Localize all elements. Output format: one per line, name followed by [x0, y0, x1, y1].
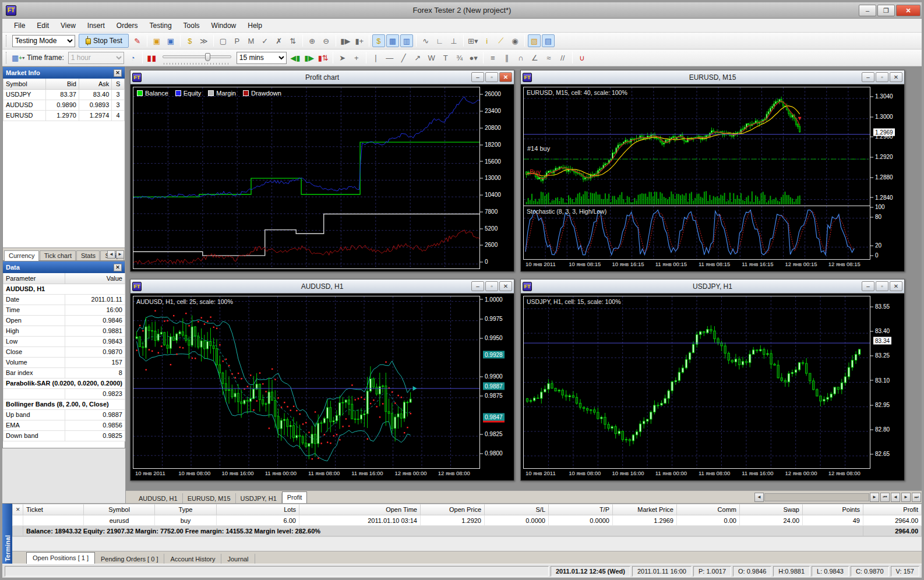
- profit-restore-button[interactable]: ▫: [485, 72, 498, 82]
- tabs-scroll-right-icon[interactable]: ►: [116, 250, 124, 259]
- usdjpy-plot[interactable]: USDJPY, H1, cell: 15, scale: 100%: [523, 296, 870, 469]
- usdjpy-minimize-button[interactable]: –: [862, 281, 874, 291]
- chart-tab-profit[interactable]: Profit: [282, 491, 308, 503]
- terminal-col-comm[interactable]: Comm: [677, 504, 740, 515]
- channel-tool-icon[interactable]: //: [556, 51, 569, 64]
- timeframe-select[interactable]: 1 hour: [68, 52, 124, 64]
- chart-tab-usdjpy-h1[interactable]: USDJPY, H1: [236, 493, 282, 503]
- eurusd-stochastic-plot[interactable]: Stochastic (8, 3, 3, High/Low): [523, 206, 870, 260]
- new-chart-icon[interactable]: ▦+▾: [11, 51, 25, 64]
- terminal-col-lots[interactable]: Lots: [217, 504, 299, 515]
- ray-tool-icon[interactable]: ↗: [411, 51, 424, 64]
- eurusd-minimize-button[interactable]: –: [862, 72, 874, 82]
- menu-window[interactable]: Window: [206, 20, 242, 31]
- step-forward-icon[interactable]: ▮▶: [303, 51, 316, 64]
- chart-scroll-right-icon[interactable]: ►: [870, 493, 879, 502]
- terminal-toggle-icon[interactable]: ▥: [400, 34, 413, 47]
- market-info-tab-tick-chart[interactable]: Tick chart: [40, 250, 76, 260]
- usdjpy-window-titlebar[interactable]: FT USDJPY, H1 – ▫ ✕: [521, 280, 904, 293]
- tabs-scroll-left-icon[interactable]: ◄: [107, 250, 115, 259]
- tick-add-icon[interactable]: ▮+: [353, 34, 366, 47]
- profit-plot[interactable]: BalanceEquityMarginDrawdown: [133, 87, 480, 269]
- menu-help[interactable]: Help: [242, 20, 268, 31]
- speed-slider[interactable]: [163, 52, 231, 63]
- usdjpy-chart-body[interactable]: USDJPY, H1, cell: 15, scale: 100% 10 янв…: [521, 293, 904, 480]
- line-chart-icon[interactable]: ∿: [419, 34, 432, 47]
- menu-view[interactable]: View: [55, 20, 82, 31]
- terminal-tab-account-history[interactable]: Account History: [164, 554, 221, 564]
- eurusd-window-titlebar[interactable]: FT EURUSD, M15 – ▫ ✕: [521, 70, 904, 84]
- terminal-vertical-tab[interactable]: Terminal: [2, 504, 12, 564]
- wave-lines-icon[interactable]: ≈: [542, 51, 555, 64]
- order-sort-icon[interactable]: ⇅: [287, 34, 299, 47]
- add-indicator-icon[interactable]: ⊞▾: [467, 34, 479, 47]
- arc-tool-icon[interactable]: ∩: [514, 51, 527, 64]
- nav-prev-icon[interactable]: ◄: [891, 493, 900, 502]
- modify-order-icon[interactable]: M: [245, 34, 258, 47]
- market-info-row-usdjpy[interactable]: USDJPY83.3783.403: [3, 89, 125, 100]
- save-project-icon[interactable]: ▣: [164, 34, 177, 47]
- slider-thumb[interactable]: [205, 53, 210, 61]
- restart-test-icon[interactable]: ≫: [198, 34, 210, 47]
- menu-edit[interactable]: Edit: [31, 20, 55, 31]
- magnet-tool-icon[interactable]: ∪: [576, 51, 588, 64]
- stop-test-button[interactable]: Stop Test: [79, 34, 129, 48]
- chart-scroll-left-icon[interactable]: ◄: [754, 493, 764, 502]
- clear-chart-broom-icon[interactable]: ⟋: [495, 34, 507, 47]
- step-interval-select[interactable]: 15 mins: [237, 52, 287, 64]
- step-chart-icon[interactable]: ∟: [433, 34, 446, 47]
- cursor-tool-icon[interactable]: ➤: [336, 51, 349, 64]
- terminal-col-s-l[interactable]: S/L: [485, 504, 549, 515]
- angle-tool-icon[interactable]: ∠: [528, 51, 541, 64]
- h-parallel-lines-icon[interactable]: ≡: [486, 51, 499, 64]
- v-parallel-lines-icon[interactable]: ∥: [500, 51, 513, 64]
- terminal-tab-open-positions[interactable]: Open Positions [ 1 ]: [26, 552, 95, 564]
- audusd-close-button[interactable]: ✕: [499, 281, 512, 291]
- terminal-col-symbol[interactable]: Symbol: [84, 504, 155, 515]
- market-info-col-symbol[interactable]: Symbol: [3, 79, 46, 89]
- profit-chart-body[interactable]: BalanceEquityMarginDrawdown 026005200780…: [131, 84, 514, 271]
- menu-orders[interactable]: Orders: [111, 20, 144, 31]
- usdjpy-restore-button[interactable]: ▫: [876, 281, 888, 291]
- open-project-icon[interactable]: ▣: [150, 34, 163, 47]
- close-button[interactable]: ✕: [896, 5, 921, 16]
- menu-testing[interactable]: Testing: [144, 20, 178, 31]
- eurusd-close-button[interactable]: ✕: [890, 72, 902, 82]
- fibonacci-tool-icon[interactable]: ¾: [453, 51, 466, 64]
- dot-chart-icon[interactable]: ⊥: [447, 34, 460, 47]
- crosshair-tool-icon[interactable]: +: [350, 51, 363, 64]
- terminal-col-open-time[interactable]: Open Time: [299, 504, 421, 515]
- terminal-col-type[interactable]: Type: [155, 504, 217, 515]
- market-info-close-icon[interactable]: ✕: [114, 69, 122, 77]
- data-window-toggle-icon[interactable]: ▦: [386, 34, 399, 47]
- text-tool-icon[interactable]: T: [439, 51, 452, 64]
- trend-line-tool-icon[interactable]: ╱: [397, 51, 410, 64]
- terminal-col-t-p[interactable]: T/P: [549, 504, 613, 515]
- new-order-icon[interactable]: ▢: [217, 34, 230, 47]
- pending-order-icon[interactable]: P: [231, 34, 244, 47]
- profit-minimize-button[interactable]: –: [471, 72, 484, 82]
- scripts-panel-icon[interactable]: ▧: [528, 34, 541, 47]
- minimize-button[interactable]: –: [859, 5, 876, 16]
- shapes-tool-icon[interactable]: ●▾: [467, 51, 480, 64]
- step-back-icon[interactable]: ◀▮: [289, 51, 302, 64]
- audusd-window-titlebar[interactable]: FT AUDUSD, H1 – ▫ ✕: [131, 280, 514, 293]
- journal-panel-icon[interactable]: ▤: [542, 34, 555, 47]
- deposit-money-icon[interactable]: $: [184, 34, 196, 47]
- delete-order-icon[interactable]: ✗: [273, 34, 285, 47]
- market-info-col-bid[interactable]: Bid: [46, 79, 79, 89]
- data-col-value[interactable]: Value: [65, 273, 125, 284]
- strategy-editor-icon[interactable]: ✎: [131, 34, 144, 47]
- audusd-restore-button[interactable]: ▫: [485, 281, 498, 291]
- terminal-close-icon[interactable]: ✕: [13, 504, 23, 515]
- vertical-line-tool-icon[interactable]: ∣: [369, 51, 382, 64]
- menu-insert[interactable]: Insert: [82, 20, 111, 31]
- terminal-col-market-price[interactable]: Market Price: [613, 504, 677, 515]
- terminal-col-swap[interactable]: Swap: [740, 504, 803, 515]
- eurusd-restore-button[interactable]: ▫: [876, 72, 888, 82]
- terminal-tab-journal[interactable]: Journal: [221, 554, 255, 564]
- nav-last-icon[interactable]: ⏭: [912, 493, 921, 502]
- market-info-col-s[interactable]: S: [112, 79, 125, 89]
- terminal-col-open-price[interactable]: Open Price: [421, 504, 485, 515]
- market-info-tab-currency[interactable]: Currency: [4, 250, 39, 261]
